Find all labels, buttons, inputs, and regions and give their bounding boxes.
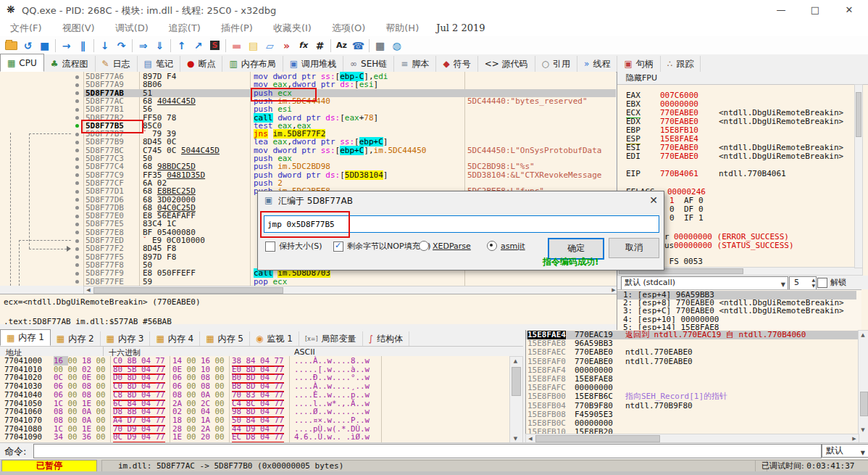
stop-icon[interactable]: ■ <box>36 38 53 53</box>
row-dot[interactable] <box>75 223 79 226</box>
row-dot[interactable] <box>75 263 79 267</box>
maximize-button[interactable]: □ <box>801 3 830 17</box>
menu-收藏夹(I)[interactable]: 收藏夹(I) <box>263 22 322 35</box>
xedparse-radio[interactable]: XEDParse <box>419 241 471 251</box>
tab-memory-map[interactable]: ▥内存布局 <box>222 56 283 72</box>
close-button[interactable]: ✕ <box>835 3 864 17</box>
args-depth-spinner[interactable]: 5 ▲▼ <box>789 276 817 290</box>
tab-script[interactable]: ≡脚本 <box>394 56 436 72</box>
tab-dump-2[interactable]: ▦内存 2 <box>51 331 101 346</box>
switch-thread-icon[interactable]: ↗ <box>190 38 206 53</box>
stack-row[interactable]: 15E8FAEC770EABE0ntdll.770EABE0 <box>526 348 868 357</box>
breakpoint-dot[interactable] <box>75 124 79 128</box>
favourites-icon[interactable]: » <box>278 38 295 53</box>
labels-icon[interactable]: ▱ <box>262 38 278 53</box>
minimize-button[interactable]: — <box>767 3 796 17</box>
hide-fpu-button[interactable]: 隐藏FPU <box>617 72 868 85</box>
animate-over-icon[interactable]: ⇓ <box>151 38 168 53</box>
checkbox-icon[interactable] <box>265 241 275 252</box>
row-dot[interactable] <box>75 206 79 210</box>
menu-追踪(T)[interactable]: 追踪(T) <box>159 22 211 35</box>
functions-icon[interactable]: fx <box>295 38 312 53</box>
row-dot[interactable] <box>75 173 79 177</box>
row-dot[interactable] <box>75 83 79 87</box>
row-dot[interactable] <box>75 165 79 169</box>
stack-row[interactable]: 15E8FB0015E8FB6C指向SEH_Record[1]的指针 <box>526 392 868 401</box>
tab-cpu[interactable]: ▦CPU <box>0 54 44 72</box>
hash-icon[interactable]: # <box>312 38 328 53</box>
scroll-thumb[interactable] <box>535 435 660 442</box>
horizontal-splitter[interactable] <box>0 324 617 330</box>
register-row-eip[interactable]: EIP770B4061ntdll.770B4061 <box>626 170 640 178</box>
tab-breakpoints[interactable]: ●断点 <box>180 56 222 72</box>
row-dot[interactable] <box>75 75 79 79</box>
row-dot[interactable] <box>75 157 79 161</box>
menu-视图(V)[interactable]: 视图(V) <box>52 22 105 35</box>
tab-notes[interactable]: ▤笔记 <box>138 56 180 72</box>
animate-into-icon[interactable]: ⇒ <box>135 38 151 53</box>
globe-icon[interactable]: ◍ <box>388 38 405 53</box>
unlock-checkbox[interactable]: 解锁 <box>817 277 846 288</box>
tab-struct[interactable]: ∫结构体 <box>363 331 409 346</box>
keep-size-checkbox[interactable]: 保持大小(S) <box>265 241 322 252</box>
dump-vscrollbar[interactable]: ▲ ▼ <box>509 356 523 442</box>
tab-seh[interactable]: ∞SEH链 <box>343 56 394 72</box>
tab-locals[interactable]: [x=]局部变量 <box>299 331 363 346</box>
scroll-left-icon[interactable]: ◀ <box>85 286 92 294</box>
disasm-row[interactable]: 5D8F77FE59pop ecx <box>0 278 616 286</box>
menu-选项(O)[interactable]: 选项(O) <box>322 22 375 35</box>
scroll-down-icon[interactable]: ▼ <box>859 426 867 434</box>
dialog-title-bar[interactable]: ▣ 汇编于 5D8F77AB ✕ <box>258 191 664 209</box>
tab-symbols[interactable]: ◆符号 <box>436 56 477 72</box>
menu-调试(D)[interactable]: 调试(D) <box>105 22 159 35</box>
pause-icon[interactable]: ∥ <box>75 38 91 53</box>
scroll-thumb[interactable] <box>856 92 861 137</box>
tab-trace[interactable]: ∴跟踪 <box>661 56 701 72</box>
tab-dump-4[interactable]: ▦内存 4 <box>150 331 200 346</box>
scroll-thumb[interactable] <box>860 392 868 416</box>
tab-watch-1[interactable]: ◉监视 1 <box>250 331 299 346</box>
tab-source[interactable]: <> 源代码 <box>478 56 535 72</box>
stack-vscrollbar[interactable]: ▲ ▼ <box>858 330 868 434</box>
checkbox-checked-icon[interactable] <box>333 241 343 252</box>
calculator-icon[interactable]: ▦ <box>372 38 388 53</box>
row-dot[interactable] <box>75 280 79 284</box>
scroll-up-icon[interactable]: ▲ <box>859 331 867 339</box>
stack-row[interactable]: 15E8FB1015E8FB20 <box>526 428 868 434</box>
stack-row[interactable]: 15E8FAF0770EABE0ntdll.770EABE0 <box>526 358 868 366</box>
row-dot[interactable] <box>75 181 79 185</box>
tab-handles[interactable]: ▣句柄 <box>617 56 660 72</box>
step-into-icon[interactable]: ↓ <box>96 38 113 53</box>
stack-view[interactable]: 15E8FAE4770EAC19返回到 ntdll.770EAC19 自 ntd… <box>525 330 868 434</box>
row-dot[interactable] <box>75 99 79 103</box>
row-dot[interactable] <box>75 272 79 276</box>
scroll-right-icon[interactable]: ▶ <box>851 435 858 442</box>
nop-fill-checkbox[interactable]: 剩余字节以NOP填充(F) <box>333 241 430 252</box>
row-dot[interactable] <box>75 108 79 112</box>
row-dot[interactable] <box>75 141 79 144</box>
dialog-close-icon[interactable]: ✕ <box>649 194 658 206</box>
command-scope-select[interactable]: 默认 ▼ <box>822 444 868 458</box>
register-row[interactable]: EDI770EABE0<ntdll.DbgUiRemoteBreakin> <box>626 152 640 161</box>
scroll-thumb[interactable] <box>512 367 521 396</box>
scroll-down-icon[interactable]: ▼ <box>510 435 521 442</box>
radio-icon[interactable] <box>419 241 429 251</box>
step-over-icon[interactable]: ↷ <box>113 38 130 53</box>
arguments-pane[interactable]: 1: [esp+4] 96A59BB32: [esp+8] 770EABE0 <… <box>617 289 861 331</box>
memory-dump-view[interactable]: 7704100016 00 18 00C0 8B 04 7714 00 16 0… <box>0 356 523 442</box>
registers-vscrollbar[interactable] <box>854 84 863 268</box>
row-dot[interactable] <box>75 255 79 259</box>
menu-帮助(H)[interactable]: 帮助(H) <box>375 22 429 35</box>
row-dot[interactable] <box>75 231 79 234</box>
scroll-thumb[interactable] <box>93 287 283 294</box>
tab-log[interactable]: ✎日志 <box>96 56 138 72</box>
row-dot[interactable] <box>75 116 79 120</box>
restart-icon[interactable]: ↺ <box>20 38 36 53</box>
row-dot[interactable] <box>75 133 79 136</box>
settings-shortcut-icon[interactable]: S <box>206 38 223 53</box>
open-file-icon[interactable] <box>3 38 20 53</box>
row-dot[interactable] <box>75 91 79 95</box>
calling-convention-select[interactable]: 默认 (stdcall) ▼ <box>621 276 788 290</box>
comments-icon[interactable]: ▤ <box>245 38 262 53</box>
tab-call-stack[interactable]: ▣调用堆栈 <box>283 56 343 72</box>
